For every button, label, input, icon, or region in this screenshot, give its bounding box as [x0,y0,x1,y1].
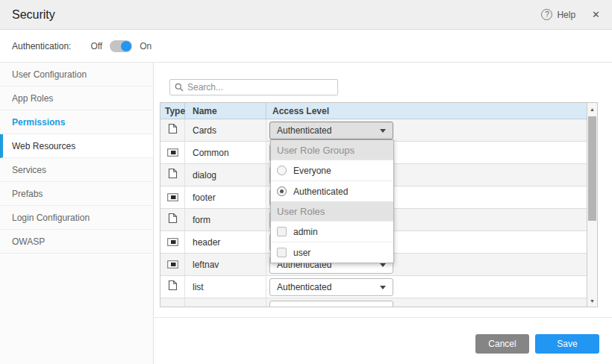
footer-actions: Cancel Save [475,334,599,354]
sidebar-item-services[interactable]: Services [0,158,153,182]
access-level-value: Authenticated [277,282,331,292]
name-cell [185,298,266,307]
access-level-select[interactable] [269,301,393,307]
authentication-row: Authentication: Off On [0,30,612,63]
group-header-user-roles: User Roles [271,201,393,221]
help-label: Help [557,10,575,20]
main-panel: Type Name Access Level CardsAuthenticate… [154,63,612,364]
scrollbar-thumb[interactable] [588,116,596,221]
sidebar-item-permissions[interactable]: Permissions [0,110,153,134]
type-cell [160,142,185,163]
partial-icon [167,191,178,204]
toggle-knob [121,41,131,51]
name-cell: form [185,209,266,230]
option-label: user [293,248,310,258]
footer-divider [154,317,612,318]
radio-icon [277,166,287,175]
sidebar: User ConfigurationApp RolesPermissionsWe… [0,63,154,364]
option-admin[interactable]: admin [271,221,393,242]
table-scrollbar: ▲ ▼ [587,103,597,307]
page-icon [168,280,178,294]
sidebar-item-prefabs[interactable]: Prefabs [0,182,153,206]
save-button[interactable]: Save [535,334,599,354]
name-cell: Cards [185,119,266,141]
page-icon [168,168,178,182]
access-level-dropdown-panel: User Role GroupsEveryoneAuthenticatedUse… [270,139,394,263]
page-icon [168,213,178,227]
dialog-body: User ConfigurationApp RolesPermissionsWe… [0,63,612,364]
access-level-value: Authenticated [277,125,331,136]
sidebar-item-user-configuration[interactable]: User Configuration [0,63,153,87]
option-authenticated[interactable]: Authenticated [271,181,393,201]
partial-icon [167,236,178,249]
chevron-down-icon [380,263,386,267]
table-row: listAuthenticated [160,276,587,298]
option-label: admin [293,227,318,237]
search-input[interactable] [187,82,333,92]
search-box [169,79,338,95]
header-actions: ? Help ✕ [541,9,600,20]
name-cell: leftnav [185,254,266,275]
page-icon [168,123,178,137]
sidebar-item-app-roles[interactable]: App Roles [0,87,153,110]
table-row [160,298,587,307]
radio-icon [277,186,287,196]
type-cell [160,231,185,253]
access-level-select[interactable]: Authenticated [269,122,393,139]
partial-icon [167,258,178,272]
table-row: CardsAuthenticated [160,119,587,142]
checkbox-icon [277,248,287,257]
authentication-toggle[interactable] [110,40,132,52]
column-header-name: Name [185,103,266,119]
option-user[interactable]: user [271,242,393,263]
close-icon[interactable]: ✕ [592,9,600,20]
option-label: Authenticated [293,186,348,197]
checkbox-icon [277,227,287,236]
dialog-header: Security ? Help ✕ [0,0,612,30]
group-header-user-role-groups: User Role Groups [271,140,393,160]
type-cell [160,276,185,298]
toggle-off-label: Off [90,41,102,51]
type-cell [160,186,185,208]
cancel-button[interactable]: Cancel [475,334,529,354]
chevron-down-icon [380,286,386,289]
name-cell: header [185,231,266,253]
sidebar-item-login-configuration[interactable]: Login Configuration [0,206,153,230]
partial-icon [167,146,178,160]
chevron-down-icon [380,129,386,133]
search-icon [175,83,184,92]
name-cell: list [185,276,266,298]
type-cell [160,298,185,307]
scrollbar-up-icon[interactable]: ▲ [587,104,597,113]
name-cell: Common [185,142,266,163]
type-cell [160,164,185,186]
scrollbar-down-icon[interactable]: ▼ [587,296,597,305]
sidebar-item-web-resources[interactable]: Web Resources [0,134,153,158]
page-title: Security [12,8,55,22]
help-icon: ? [541,9,552,20]
help-button[interactable]: ? Help [541,9,575,20]
authentication-label: Authentication: [12,41,71,51]
table-header: Type Name Access Level [160,103,587,119]
column-header-type: Type [160,103,185,119]
security-dialog: Security ? Help ✕ Authentication: Off On… [0,0,612,364]
name-cell: dialog [185,164,266,186]
access-level-select[interactable]: Authenticated [269,278,393,296]
name-cell: footer [185,186,266,208]
option-everyone[interactable]: Everyone [271,160,393,181]
sidebar-item-owasp[interactable]: OWASP [0,230,153,254]
toggle-on-label: On [140,41,152,51]
type-cell [160,254,185,275]
access-cell: Authenticated [266,276,587,298]
access-cell [266,298,587,307]
resources-table: Type Name Access Level CardsAuthenticate… [160,102,598,307]
option-label: Everyone [293,166,331,176]
access-cell: Authenticated [266,119,587,141]
column-header-access-level: Access Level [266,103,587,119]
type-cell [160,209,185,230]
type-cell [160,119,185,141]
